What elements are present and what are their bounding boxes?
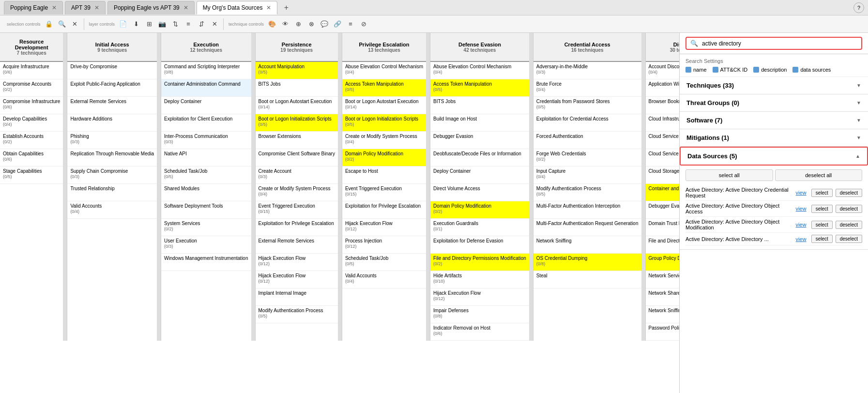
col-divider[interactable] [252,33,256,341]
technique-cell[interactable]: Cloud Storage Object Discovery [646,166,680,184]
technique-cell[interactable]: Domain Policy Modification(0/2) [342,149,426,166]
technique-cell[interactable]: Escape to Host [342,166,426,184]
technique-cell[interactable]: Exploitation for Credential Access [533,114,641,132]
link-btn[interactable]: 🔗 [332,18,343,30]
technique-cell[interactable]: Event Triggered Execution(0/15) [342,184,426,201]
deselect-button[interactable]: deselect [836,221,862,229]
technique-cell[interactable]: Cloud Infrastructure Discovery [646,114,680,132]
technique-cell[interactable]: Hardware Additions [67,114,157,132]
color-btn[interactable]: 🎨 [266,18,278,30]
tab-data-sources[interactable]: My Org's Data Sources ✕ [197,1,278,15]
technique-cell[interactable]: Native API [161,149,251,166]
camera-btn[interactable]: 📷 [156,18,168,30]
matrix-area[interactable]: ResourceDevelopment 7 techniques Acquire… [0,33,679,393]
accordion-header-datasources[interactable]: Data Sources (5) ▲ [680,147,868,166]
accordion-header-mitigations[interactable]: Mitigations (1) ▼ [680,129,868,146]
score-btn[interactable]: ⊕ [292,18,304,30]
technique-cell[interactable]: Create or Modify System Process(0/4) [342,132,426,149]
technique-cell[interactable]: Phishing(0/3) [67,132,157,149]
tab-apt39[interactable]: APT 39 ✕ [65,1,106,15]
technique-cell[interactable]: Create or Modify System Process(0/4) [256,184,338,201]
technique-cell[interactable]: Valid Accounts(0/4) [342,271,426,288]
technique-cell[interactable]: Exploitation for Defense Evasion [430,236,529,254]
technique-cell[interactable]: Event Triggered Execution(0/15) [256,201,338,219]
technique-cell[interactable]: Cloud Service Dashboard [646,132,680,149]
technique-cell[interactable]: Container and Resource Discovery [646,184,680,201]
technique-cell[interactable]: Modify Authentication Process(0/5) [533,184,641,201]
technique-cell[interactable]: Deploy Container [430,166,529,184]
col-divider[interactable] [642,33,646,341]
technique-cell[interactable]: Scheduled Task/Job(0/5) [161,166,251,184]
tab-close[interactable]: ✕ [52,4,57,11]
download-btn[interactable]: ⬇ [130,18,142,30]
technique-cell[interactable]: Debugger Evasion [430,132,529,149]
col-divider[interactable] [63,33,67,341]
select-button[interactable]: select [811,235,833,243]
search-checkbox-datasources[interactable]: data sources [792,67,831,73]
technique-cell[interactable]: Application Window Discovery [646,79,680,97]
technique-cell[interactable]: System Services(0/2) [161,219,251,236]
technique-cell[interactable]: Impair Defenses(0/8) [430,306,529,323]
technique-cell[interactable]: Scheduled Task/Job(0/5) [342,254,426,271]
datasource-view-link[interactable]: view [796,236,807,242]
technique-cell[interactable]: Supply Chain Compromise(0/3) [67,166,157,184]
technique-cell[interactable]: Steal [533,271,641,288]
technique-cell[interactable]: Multi-Factor Authentication Interception [533,201,641,219]
technique-cell[interactable]: Exploitation for Privilege Escalation [342,201,426,219]
select-button[interactable]: select [811,205,833,213]
tag-btn[interactable]: ⊗ [305,18,317,30]
close-btn[interactable]: ✕ [69,18,81,30]
technique-cell[interactable]: Browser Bookmark Discovery [646,97,680,114]
technique-cell[interactable]: Hide Artifacts(0/10) [430,271,529,288]
technique-cell[interactable]: OS Credential Dumping(0/8) [533,254,641,271]
technique-cell[interactable]: BITS Jobs [256,79,338,97]
list-btn[interactable]: ≡ [345,18,356,30]
select-button[interactable]: select [811,221,833,229]
technique-cell[interactable]: Brute Force(0/4) [533,79,641,97]
technique-cell[interactable]: Boot or Logon Autostart Execution(0/14) [256,97,338,114]
accordion-header-techniques[interactable]: Techniques (33) ▼ [680,77,868,94]
technique-cell[interactable]: External Remote Services [256,236,338,254]
technique-cell[interactable]: Hijack Execution Flow(0/12) [342,219,426,236]
technique-cell[interactable]: Direct Volume Access [430,184,529,201]
technique-cell[interactable]: Network Sniffing [646,306,680,323]
col-divider[interactable] [426,33,430,341]
technique-cell[interactable]: Compromise Client Software Binary [256,149,338,166]
technique-cell[interactable]: Replication Through Removable Media [67,149,157,166]
technique-cell[interactable]: Forge Web Credentials(0/2) [533,149,641,166]
technique-cell[interactable]: Hijack Execution Flow(0/12) [256,271,338,288]
technique-cell[interactable]: Trusted Relationship [67,184,157,201]
technique-cell[interactable]: Boot or Logon Autostart Execution(0/14) [342,97,426,114]
technique-cell[interactable]: Compromise Infrastructure(0/6) [0,97,63,114]
sort2-btn[interactable]: ⇵ [196,18,207,30]
technique-cell[interactable]: Credentials from Password Stores(0/5) [533,97,641,114]
datasource-view-link[interactable]: view [796,190,807,196]
technique-cell[interactable]: Group Policy Discovery [646,254,680,271]
technique-cell[interactable]: Adversary-in-the-Middle(0/3) [533,62,641,79]
technique-cell[interactable]: Command and Scripting Interpreter(0/8) [161,62,251,79]
accordion-header-threat-groups[interactable]: Threat Groups (0) ▼ [680,94,868,111]
technique-cell[interactable]: Domain Trust Discovery [646,219,680,236]
filter-btn[interactable]: ≡ [183,18,194,30]
technique-cell[interactable]: Stage Capabilities(0/5) [0,166,63,184]
technique-cell[interactable]: Forced Authentication [533,132,641,149]
tab-close[interactable]: ✕ [183,4,188,11]
technique-cell[interactable]: Windows Management Instrumentation [161,254,251,271]
technique-cell[interactable]: Drive-by Compromise [67,62,157,79]
col-divider[interactable] [530,33,533,341]
technique-cell[interactable]: Inter-Process Communication(0/3) [161,132,251,149]
col-divider[interactable] [157,33,161,341]
technique-cell[interactable]: Abuse Elevation Control Mechanism(0/4) [342,62,426,79]
technique-cell[interactable]: Browser Extensions [256,132,338,149]
technique-cell[interactable]: Container Administration Command [161,79,251,97]
technique-cell[interactable]: Hijack Execution Flow(0/12) [430,288,529,306]
doc-btn[interactable]: 📄 [117,18,129,30]
technique-cell[interactable]: Debugger Evasion [646,201,680,219]
technique-cell[interactable]: Hijack Execution Flow(0/12) [256,254,338,271]
technique-cell[interactable]: Execution Guardrails(0/1) [430,219,529,236]
technique-cell[interactable]: Modify Authentication Process(0/5) [256,306,338,323]
technique-cell[interactable]: Exploitation for Privilege Escalation [256,219,338,236]
technique-cell[interactable]: Create Account(0/3) [256,166,338,184]
technique-cell[interactable]: Network Share Discovery [646,288,680,306]
tab-popping-eagle[interactable]: Popping Eagle ✕ [4,1,63,15]
